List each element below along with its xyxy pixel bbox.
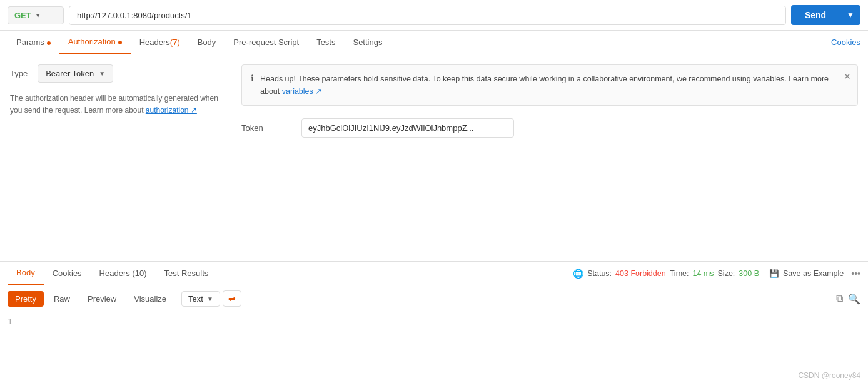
response-toolbar: Pretty Raw Preview Visualize Text ▼ ⇌ ⧉ … <box>0 285 868 312</box>
format-tab-raw[interactable]: Raw <box>46 291 78 307</box>
left-panel: Type Bearer Token ▼ The authorization he… <box>0 54 231 261</box>
request-tabs-row: Params Authorization Headers(7) Body Pre… <box>0 31 868 54</box>
filter-button[interactable]: ⇌ <box>223 290 241 307</box>
response-tab-cookies[interactable]: Cookies <box>44 262 91 284</box>
method-selector[interactable]: GET ▼ <box>8 6 64 24</box>
response-tab-headers[interactable]: Headers (10) <box>91 262 156 284</box>
cookies-link[interactable]: Cookies <box>831 38 860 47</box>
type-select-arrow-icon: ▼ <box>99 70 105 77</box>
send-button-wrap: Send ▼ <box>791 5 860 25</box>
tab-prerequest[interactable]: Pre-request Script <box>225 31 308 53</box>
url-input[interactable] <box>69 6 786 25</box>
token-label: Token <box>241 123 291 133</box>
copy-response-button[interactable]: ⧉ <box>836 293 843 305</box>
auth-dot <box>118 41 122 44</box>
filter-icon: ⇌ <box>228 294 236 304</box>
params-dot <box>47 41 51 45</box>
type-row: Type Bearer Token ▼ <box>10 64 221 83</box>
format-tab-visualize[interactable]: Visualize <box>126 291 174 307</box>
response-tab-body[interactable]: Body <box>8 262 44 285</box>
format-tab-pretty[interactable]: Pretty <box>8 291 44 307</box>
tab-settings[interactable]: Settings <box>344 31 391 53</box>
bottom-section: Body Cookies Headers (10) Test Results 🌐… <box>0 261 868 331</box>
size-value: 300 B <box>739 269 759 278</box>
search-response-button[interactable]: 🔍 <box>848 293 860 305</box>
line-numbers: 1 <box>0 312 868 331</box>
tab-headers[interactable]: Headers(7) <box>131 31 189 53</box>
right-panel: ℹ Heads up! These parameters hold sensit… <box>231 54 868 261</box>
info-icon: ℹ <box>251 73 254 83</box>
send-dropdown-button[interactable]: ▼ <box>840 5 860 25</box>
type-label: Type <box>10 69 28 78</box>
auth-link[interactable]: authorization ↗ <box>146 106 197 115</box>
text-format-select[interactable]: Text ▼ <box>181 291 220 307</box>
time-value: 14 ms <box>692 269 714 278</box>
close-banner-icon[interactable]: ✕ <box>844 71 851 81</box>
type-select[interactable]: Bearer Token ▼ <box>38 64 113 83</box>
more-options-button[interactable]: ••• <box>851 269 860 279</box>
globe-icon: 🌐 <box>573 269 583 279</box>
save-example-button[interactable]: 💾 Save as Example <box>769 269 844 278</box>
tab-tests[interactable]: Tests <box>308 31 344 53</box>
info-text: Heads up! These parameters hold sensitiv… <box>260 73 849 98</box>
main-content: Type Bearer Token ▼ The authorization he… <box>0 54 868 261</box>
auth-description: The authorization header will be automat… <box>10 93 221 116</box>
info-banner: ℹ Heads up! These parameters hold sensit… <box>241 64 858 106</box>
response-actions: ⧉ 🔍 <box>836 293 860 305</box>
token-row: Token <box>241 118 858 138</box>
send-button[interactable]: Send <box>791 5 840 25</box>
type-select-value: Bearer Token <box>46 69 94 78</box>
tab-authorization[interactable]: Authorization <box>59 31 131 54</box>
tab-body[interactable]: Body <box>189 31 225 53</box>
top-bar: GET ▼ Send ▼ <box>0 0 868 31</box>
save-icon: 💾 <box>769 269 779 278</box>
format-tab-preview[interactable]: Preview <box>80 291 124 307</box>
method-chevron-icon: ▼ <box>35 12 41 19</box>
tab-params[interactable]: Params <box>8 31 59 53</box>
token-input[interactable] <box>301 118 514 138</box>
status-bar: 🌐 Status: 403 Forbidden Time: 14 ms Size… <box>573 269 860 279</box>
method-label: GET <box>14 11 31 20</box>
response-tabs-row: Body Cookies Headers (10) Test Results 🌐… <box>0 262 868 285</box>
text-format-chevron-icon: ▼ <box>207 295 213 302</box>
text-format-value: Text <box>188 294 203 304</box>
status-value: 403 Forbidden <box>615 269 666 278</box>
variables-link[interactable]: variables ↗ <box>282 87 323 96</box>
response-tab-test-results[interactable]: Test Results <box>155 262 217 284</box>
